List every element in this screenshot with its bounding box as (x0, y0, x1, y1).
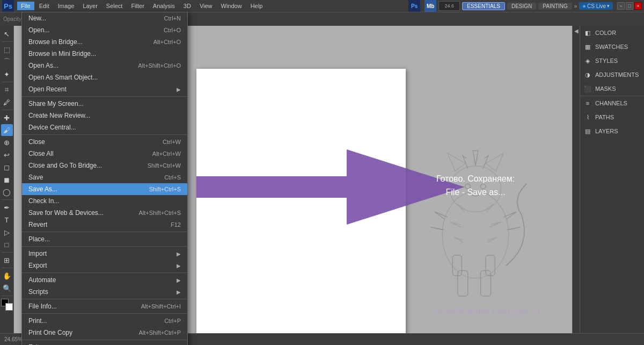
menu-item-file[interactable]: File (17, 2, 34, 10)
tool-brush[interactable]: 🖌 (1, 124, 13, 136)
menu-item-label: Save As... (28, 185, 57, 193)
menu-item-right: Ctrl+O (164, 27, 181, 33)
menu-bar: Ps File Edit Image Layer Select Filter A… (0, 0, 644, 12)
color-panel-label: COLOR (595, 30, 616, 36)
minimize-button[interactable]: − (617, 2, 625, 10)
menu-item-device-central---[interactable]: Device Central... (22, 121, 187, 133)
tool-pen[interactable]: ✒ (1, 202, 13, 213)
swatches-panel-label: SWATCHES (595, 44, 628, 50)
menu-item-close[interactable]: CloseCtrl+W (22, 136, 187, 148)
menu-item-view[interactable]: View (196, 2, 216, 10)
tool-shape[interactable]: □ (1, 239, 13, 250)
masks-panel-icon: ⬛ (583, 84, 592, 93)
tool-eyedropper[interactable]: 🖉 (1, 96, 13, 108)
ps-mini-icon: Ps (408, 0, 420, 12)
menu-item-right: Alt+Shift+Ctrl+O (138, 62, 181, 69)
panel-styles[interactable]: ◈ STYLES (580, 54, 644, 68)
workspace-essentials[interactable]: ESSENTIALS (462, 2, 505, 10)
tool-zoom[interactable]: 🔍 (1, 282, 13, 294)
menu-item-automate[interactable]: Automate▶ (22, 274, 187, 286)
menu-item-revert[interactable]: RevertF12 (22, 219, 187, 231)
tool-hand[interactable]: ✋ (1, 270, 13, 282)
menu-item-label: Scripts (28, 288, 48, 296)
menu-item-browse-in-mini-bridge---[interactable]: Browse in Mini Bridge... (22, 48, 187, 60)
tool-magic-wand[interactable]: ✦ (1, 68, 13, 80)
svg-rect-7 (486, 255, 495, 276)
menu-separator (22, 134, 187, 135)
menu-separator (22, 299, 187, 299)
color-selector[interactable] (1, 299, 13, 311)
panel-color[interactable]: ◧ COLOR (580, 26, 644, 40)
menu-item-label: Place... (28, 235, 50, 243)
tool-history-brush[interactable]: ↩ (1, 149, 13, 161)
workspace-design[interactable]: DESIGN (507, 3, 536, 10)
menu-item-close-and-go-to-bridge---[interactable]: Close and Go To Bridge...Shift+Ctrl+W (22, 160, 187, 171)
cs-live-button[interactable]: ● CS Live ▾ (579, 2, 613, 10)
menu-item-edit[interactable]: Edit (35, 2, 53, 10)
close-button[interactable]: × (634, 2, 642, 10)
menu-item-open-as-smart-object---[interactable]: Open As Smart Object... (22, 71, 187, 83)
menu-item-select[interactable]: Select (103, 2, 127, 10)
menu-item-layer[interactable]: Layer (79, 2, 101, 10)
menu-item-share-my-screen---[interactable]: Share My Screen... (22, 98, 187, 110)
adjustments-panel-label: ADJUSTMENTS (595, 71, 639, 78)
panel-channels[interactable]: ≡ CHANNELS (580, 96, 644, 110)
panel-masks[interactable]: ⬛ MASKS (580, 82, 644, 96)
tool-type[interactable]: T (1, 214, 13, 226)
workspace-painting[interactable]: PAINTING (538, 3, 572, 10)
tool-3d[interactable]: ⊞ (1, 254, 13, 266)
tool-crop[interactable]: ⌗ (1, 84, 13, 96)
tool-move[interactable]: ↖ (1, 28, 13, 40)
menu-item-open-recent[interactable]: Open Recent▶ (22, 83, 187, 95)
menu-item-open-as---[interactable]: Open As...Alt+Shift+Ctrl+O (22, 60, 187, 71)
menu-item-3d[interactable]: 3D (180, 2, 195, 10)
tool-clone[interactable]: ⊕ (1, 136, 13, 148)
menu-separator (22, 313, 187, 314)
menu-item-image[interactable]: Image (54, 2, 78, 10)
panel-paths[interactable]: ⌇ PATHS (580, 110, 644, 124)
menu-item-help[interactable]: Help (247, 2, 267, 10)
menu-item-close-all[interactable]: Close AllAlt+Ctrl+W (22, 148, 187, 160)
panel-swatches[interactable]: ▦ SWATCHES (580, 40, 644, 54)
menu-separator (22, 246, 187, 247)
workspace-buttons: Ps Mb 24.6 ESSENTIALS DESIGN PAINTING » … (408, 0, 642, 12)
panel-collapse-button[interactable]: ◀ (572, 26, 580, 333)
tool-healing[interactable]: ✚ (1, 112, 13, 124)
panel-adjustments[interactable]: ◑ ADJUSTMENTS (580, 68, 644, 82)
background-color[interactable] (5, 303, 13, 311)
menu-item-place---[interactable]: Place... (22, 233, 187, 245)
menu-item-analysis[interactable]: Analysis (149, 2, 179, 10)
svg-point-1 (450, 166, 501, 212)
menu-item-export[interactable]: Export▶ (22, 260, 187, 271)
tool-marquee[interactable]: ⬚ (1, 44, 13, 55)
menu-item-window[interactable]: Window (217, 2, 246, 10)
panel-layers[interactable]: ▤ LAYERS (580, 124, 644, 138)
menu-item-new---[interactable]: New...Ctrl+N (22, 12, 187, 24)
menu-item-create-new-review---[interactable]: Create New Review... (22, 110, 187, 121)
tool-lasso[interactable]: ⌒ (1, 56, 13, 68)
menu-item-label: Device Central... (28, 124, 76, 131)
tool-path-select[interactable]: ▷ (1, 226, 13, 238)
tool-dodge[interactable]: ◯ (1, 186, 13, 198)
menu-item-exit[interactable]: ExitCtrl+Q (22, 341, 187, 345)
menu-item-print---[interactable]: Print...Ctrl+P (22, 315, 187, 327)
menu-item-save-as---[interactable]: Save As...Shift+Ctrl+S (22, 183, 187, 195)
menu-item-open---[interactable]: Open...Ctrl+O (22, 24, 187, 36)
swatches-panel-icon: ▦ (583, 42, 592, 51)
menu-item-scripts[interactable]: Scripts▶ (22, 286, 187, 298)
menu-item-label: Open As Smart Object... (28, 74, 98, 81)
menu-item-right: ▶ (177, 263, 181, 269)
menu-item-browse-in-bridge---[interactable]: Browse in Bridge...Alt+Ctrl+O (22, 36, 187, 48)
menu-item-check-in---[interactable]: Check In... (22, 195, 187, 207)
menu-item-save-for-web---devices---[interactable]: Save for Web & Devices...Alt+Shift+Ctrl+… (22, 207, 187, 219)
tool-eraser[interactable]: ◻ (1, 161, 13, 173)
restore-button[interactable]: □ (626, 2, 633, 10)
channels-panel-label: CHANNELS (595, 100, 627, 106)
menu-item-import[interactable]: Import▶ (22, 248, 187, 260)
tool-gradient[interactable]: ◼ (1, 174, 13, 185)
menu-item-print-one-copy[interactable]: Print One CopyAlt+Shift+Ctrl+P (22, 327, 187, 339)
menu-item-filter[interactable]: Filter (127, 2, 148, 10)
menu-item-file-info---[interactable]: File Info...Alt+Shift+Ctrl+I (22, 300, 187, 312)
menu-item-label: Print One Copy (28, 329, 72, 336)
menu-item-save[interactable]: SaveCtrl+S (22, 171, 187, 183)
